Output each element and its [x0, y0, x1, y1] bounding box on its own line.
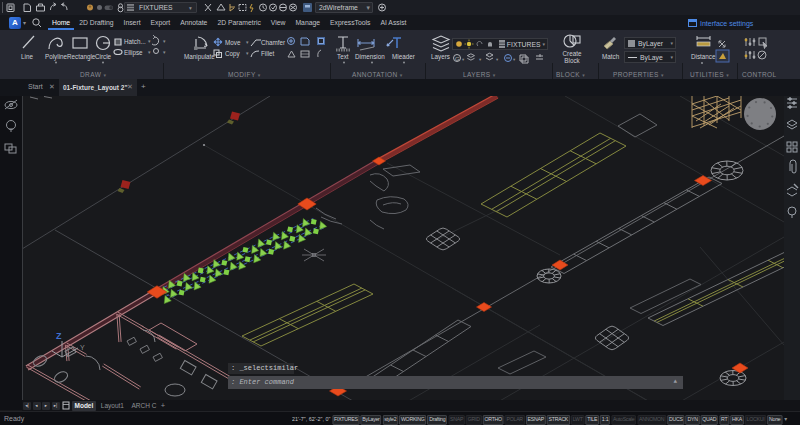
svg-text:▾: ▾	[148, 38, 151, 44]
svg-text:G: G	[455, 56, 460, 62]
svg-text:Hatch...: Hatch...	[124, 38, 146, 45]
svg-text:Distance: Distance	[691, 53, 716, 60]
svg-text:Dimension: Dimension	[355, 53, 385, 60]
svg-text:Ellipse: Ellipse	[124, 49, 143, 57]
svg-text:▾: ▾	[189, 5, 192, 11]
svg-text:Create: Create	[563, 50, 582, 57]
svg-text:Line: Line	[21, 53, 33, 60]
svg-text:Text: Text	[337, 53, 349, 60]
svg-text:Manipulate: Manipulate	[184, 53, 215, 61]
svg-text:▾: ▾	[246, 50, 249, 56]
svg-text:Move: Move	[225, 39, 241, 46]
svg-text:Chamfer: Chamfer	[261, 39, 285, 46]
svg-text:Polyline: Polyline	[45, 53, 68, 61]
svg-text:▾: ▾	[246, 39, 249, 45]
svg-text:▾: ▾	[462, 57, 465, 62]
svg-text:FIXTURES: FIXTURES	[139, 4, 173, 11]
svg-text:Block: Block	[564, 57, 580, 64]
svg-text:▾: ▾	[148, 49, 151, 55]
svg-text:Layers: Layers	[431, 53, 450, 61]
svg-text:Rectangle: Rectangle	[67, 53, 96, 61]
svg-text:Mleader: Mleader	[392, 53, 415, 60]
svg-text:▾: ▾	[513, 57, 516, 62]
svg-text:Z: Z	[56, 331, 62, 341]
svg-text:▾: ▾	[479, 57, 482, 62]
svg-text:Match: Match	[602, 53, 620, 60]
svg-text:▾: ▾	[496, 57, 499, 62]
svg-text:Fillet: Fillet	[261, 50, 275, 57]
svg-text:▾: ▾	[163, 38, 166, 44]
svg-text:Circle: Circle	[95, 53, 112, 60]
svg-text:▾: ▾	[163, 49, 166, 55]
svg-text:Y: Y	[80, 344, 85, 351]
svg-text:Copy: Copy	[225, 50, 241, 58]
